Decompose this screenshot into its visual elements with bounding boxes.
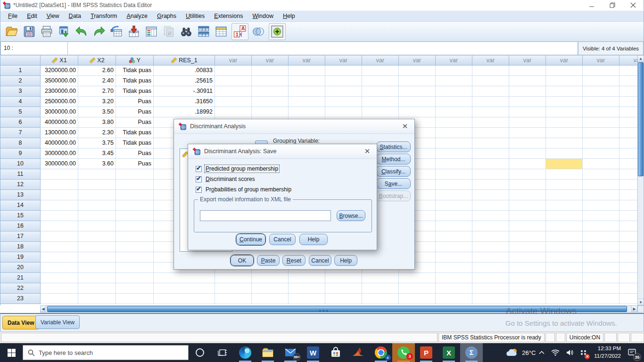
- column-header-var[interactable]: var: [215, 55, 252, 66]
- cortana-icon[interactable]: [189, 343, 211, 362]
- menu-view[interactable]: View: [42, 11, 64, 21]
- grid-cell[interactable]: [325, 273, 362, 283]
- grid-cell[interactable]: [546, 294, 583, 304]
- grid-cell[interactable]: [41, 180, 78, 190]
- grid-cell[interactable]: [546, 221, 583, 231]
- recall-dialogs-icon[interactable]: [56, 23, 73, 40]
- grid-cell[interactable]: [362, 86, 399, 97]
- grid-cell[interactable]: [619, 117, 637, 128]
- grid-cell[interactable]: [509, 263, 546, 273]
- grid-cell[interactable]: [116, 190, 154, 200]
- grid-cell[interactable]: [472, 294, 509, 304]
- grid-cell[interactable]: 2.40: [78, 76, 116, 86]
- grid-cell[interactable]: [399, 97, 436, 107]
- grid-cell[interactable]: [436, 200, 472, 211]
- grid-cell[interactable]: [78, 294, 116, 304]
- grid-cell[interactable]: [619, 169, 637, 180]
- menu-analyze[interactable]: Analyze: [122, 11, 152, 21]
- grid-cell[interactable]: [546, 97, 583, 107]
- taskbar-mail-icon[interactable]: 99+: [279, 343, 302, 362]
- grid-cell[interactable]: [78, 263, 116, 273]
- grid-cell[interactable]: [472, 138, 509, 148]
- insert-variable-icon[interactable]: [213, 23, 230, 40]
- grid-cell[interactable]: [509, 138, 546, 148]
- grid-cell[interactable]: [41, 211, 78, 221]
- discriminant-scores-label[interactable]: Discriminant scores: [205, 175, 256, 183]
- grid-cell[interactable]: [583, 294, 619, 304]
- show-all-variables-icon[interactable]: [269, 23, 286, 40]
- column-header-var[interactable]: var: [509, 55, 546, 66]
- find-icon[interactable]: [178, 23, 195, 40]
- row-header[interactable]: 13: [0, 190, 41, 200]
- grid-cell[interactable]: [436, 252, 472, 263]
- grid-cell[interactable]: Puas: [116, 117, 154, 128]
- grid-cell[interactable]: [583, 76, 619, 86]
- grid-cell[interactable]: 2.60: [78, 66, 116, 76]
- scroll-left-icon[interactable]: ◀: [41, 306, 46, 312]
- grid-cell[interactable]: [116, 221, 154, 231]
- grid-cell[interactable]: [472, 273, 509, 283]
- grid-cell[interactable]: [252, 283, 289, 294]
- grid-cell[interactable]: [583, 169, 619, 180]
- grid-cell[interactable]: [546, 211, 583, 221]
- grid-cell[interactable]: [509, 117, 546, 128]
- grid-cell[interactable]: 3.75: [78, 138, 116, 148]
- grid-cell[interactable]: [78, 169, 116, 180]
- goto-case-icon[interactable]: [108, 23, 125, 40]
- menu-window[interactable]: Window: [248, 11, 278, 21]
- minimize-icon[interactable]: [581, 0, 602, 10]
- grid-cell[interactable]: [472, 107, 509, 117]
- grid-cell[interactable]: 3.80: [78, 117, 116, 128]
- column-header-res_1[interactable]: RES_1: [154, 55, 215, 66]
- grid-cell[interactable]: [154, 283, 215, 294]
- column-header-var[interactable]: var: [252, 55, 289, 66]
- grid-cell[interactable]: [436, 242, 472, 252]
- column-header-var[interactable]: var: [472, 55, 509, 66]
- grid-cell[interactable]: [619, 180, 637, 190]
- grid-cell[interactable]: [116, 263, 154, 273]
- grid-cell[interactable]: [325, 86, 362, 97]
- grid-cell[interactable]: [78, 273, 116, 283]
- grid-cell[interactable]: [509, 294, 546, 304]
- grid-cell[interactable]: [509, 169, 546, 180]
- grid-cell[interactable]: Tidak puas: [116, 138, 154, 148]
- grid-cell[interactable]: 2300000.00: [41, 86, 78, 97]
- grid-cell[interactable]: [325, 76, 362, 86]
- grid-corner-cell[interactable]: [0, 55, 41, 66]
- cell-editor[interactable]: [68, 41, 578, 55]
- tray-clock[interactable]: 12:33 PM 11/27/2022: [590, 345, 625, 360]
- cancel-button[interactable]: Cancel: [269, 234, 296, 245]
- grid-cell[interactable]: [362, 76, 399, 86]
- grid-cell[interactable]: [509, 128, 546, 138]
- column-header-var[interactable]: var: [289, 55, 325, 66]
- grid-cell[interactable]: [509, 66, 546, 76]
- grid-cell[interactable]: [619, 128, 637, 138]
- grid-cell[interactable]: 2.70: [78, 86, 116, 97]
- task-view-icon[interactable]: [211, 343, 234, 362]
- grid-cell[interactable]: [583, 273, 619, 283]
- grid-cell[interactable]: [546, 180, 583, 190]
- scroll-down-icon[interactable]: ▼: [638, 299, 644, 305]
- goto-variable-icon[interactable]: [125, 23, 142, 40]
- grid-cell[interactable]: [41, 200, 78, 211]
- grid-cell[interactable]: [116, 242, 154, 252]
- restore-icon[interactable]: [602, 0, 623, 10]
- dialog-title-bar[interactable]: Discriminant Analysis ✕: [174, 119, 414, 134]
- grid-cell[interactable]: Puas: [116, 148, 154, 159]
- grid-cell[interactable]: [472, 128, 509, 138]
- tray-chevron-up-icon[interactable]: [536, 343, 548, 362]
- grid-cell[interactable]: .18992: [154, 107, 215, 117]
- grid-cell[interactable]: [583, 283, 619, 294]
- grid-cell[interactable]: [583, 231, 619, 242]
- grid-cell[interactable]: Tidak puas: [116, 66, 154, 76]
- grid-cell[interactable]: [509, 252, 546, 263]
- row-header[interactable]: 15: [0, 211, 41, 221]
- vertical-scroll-thumb[interactable]: [638, 62, 644, 176]
- ok-button[interactable]: OK: [231, 255, 254, 266]
- grid-cell[interactable]: [509, 231, 546, 242]
- row-header[interactable]: 2: [0, 76, 41, 86]
- grid-cell[interactable]: 3.60: [78, 159, 116, 169]
- column-header-var[interactable]: var: [583, 55, 619, 66]
- grid-cell[interactable]: [546, 252, 583, 263]
- grid-cell[interactable]: [289, 273, 325, 283]
